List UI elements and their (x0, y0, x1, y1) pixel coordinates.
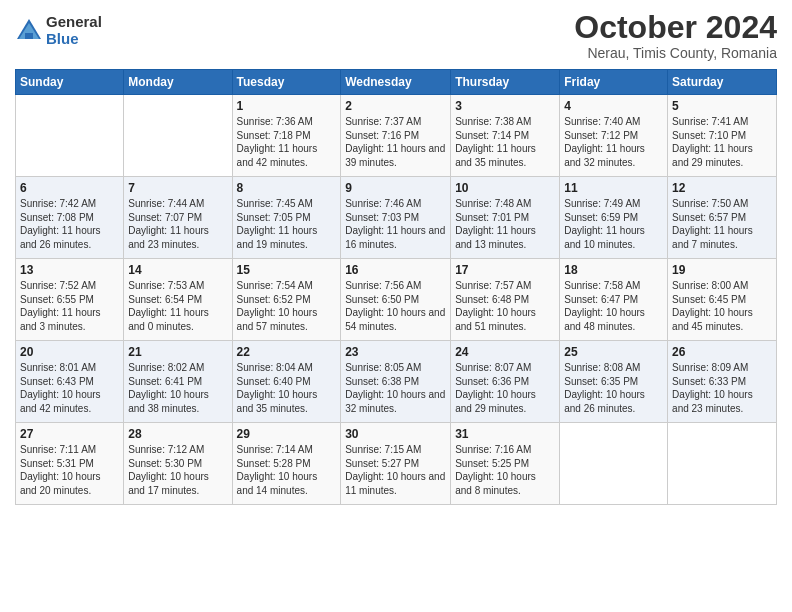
day-number: 14 (128, 263, 227, 277)
table-row: 4Sunrise: 7:40 AM Sunset: 7:12 PM Daylig… (560, 95, 668, 177)
table-row: 5Sunrise: 7:41 AM Sunset: 7:10 PM Daylig… (668, 95, 777, 177)
table-row: 20Sunrise: 8:01 AM Sunset: 6:43 PM Dayli… (16, 341, 124, 423)
table-row: 21Sunrise: 8:02 AM Sunset: 6:41 PM Dayli… (124, 341, 232, 423)
col-saturday: Saturday (668, 70, 777, 95)
day-number: 2 (345, 99, 446, 113)
table-row: 19Sunrise: 8:00 AM Sunset: 6:45 PM Dayli… (668, 259, 777, 341)
table-row: 11Sunrise: 7:49 AM Sunset: 6:59 PM Dayli… (560, 177, 668, 259)
logo-icon (15, 17, 43, 45)
day-number: 7 (128, 181, 227, 195)
day-info: Sunrise: 8:00 AM Sunset: 6:45 PM Dayligh… (672, 279, 772, 333)
day-number: 8 (237, 181, 337, 195)
day-info: Sunrise: 7:52 AM Sunset: 6:55 PM Dayligh… (20, 279, 119, 333)
calendar-week-3: 13Sunrise: 7:52 AM Sunset: 6:55 PM Dayli… (16, 259, 777, 341)
day-info: Sunrise: 7:12 AM Sunset: 5:30 PM Dayligh… (128, 443, 227, 497)
col-monday: Monday (124, 70, 232, 95)
table-row: 25Sunrise: 8:08 AM Sunset: 6:35 PM Dayli… (560, 341, 668, 423)
table-row: 15Sunrise: 7:54 AM Sunset: 6:52 PM Dayli… (232, 259, 341, 341)
table-row: 16Sunrise: 7:56 AM Sunset: 6:50 PM Dayli… (341, 259, 451, 341)
day-info: Sunrise: 7:46 AM Sunset: 7:03 PM Dayligh… (345, 197, 446, 251)
logo: General Blue (15, 14, 102, 47)
day-number: 29 (237, 427, 337, 441)
calendar-week-1: 1Sunrise: 7:36 AM Sunset: 7:18 PM Daylig… (16, 95, 777, 177)
day-info: Sunrise: 7:50 AM Sunset: 6:57 PM Dayligh… (672, 197, 772, 251)
day-info: Sunrise: 7:14 AM Sunset: 5:28 PM Dayligh… (237, 443, 337, 497)
day-number: 25 (564, 345, 663, 359)
table-row: 18Sunrise: 7:58 AM Sunset: 6:47 PM Dayli… (560, 259, 668, 341)
table-row: 22Sunrise: 8:04 AM Sunset: 6:40 PM Dayli… (232, 341, 341, 423)
table-row: 30Sunrise: 7:15 AM Sunset: 5:27 PM Dayli… (341, 423, 451, 505)
table-row: 6Sunrise: 7:42 AM Sunset: 7:08 PM Daylig… (16, 177, 124, 259)
page: General Blue October 2024 Nerau, Timis C… (0, 0, 792, 612)
col-sunday: Sunday (16, 70, 124, 95)
day-info: Sunrise: 7:48 AM Sunset: 7:01 PM Dayligh… (455, 197, 555, 251)
col-tuesday: Tuesday (232, 70, 341, 95)
calendar-week-4: 20Sunrise: 8:01 AM Sunset: 6:43 PM Dayli… (16, 341, 777, 423)
calendar-week-2: 6Sunrise: 7:42 AM Sunset: 7:08 PM Daylig… (16, 177, 777, 259)
day-info: Sunrise: 8:04 AM Sunset: 6:40 PM Dayligh… (237, 361, 337, 415)
logo-text: General Blue (46, 14, 102, 47)
table-row: 3Sunrise: 7:38 AM Sunset: 7:14 PM Daylig… (451, 95, 560, 177)
logo-blue-text: Blue (46, 31, 102, 48)
day-info: Sunrise: 8:01 AM Sunset: 6:43 PM Dayligh… (20, 361, 119, 415)
day-info: Sunrise: 7:36 AM Sunset: 7:18 PM Dayligh… (237, 115, 337, 169)
day-number: 27 (20, 427, 119, 441)
table-row: 28Sunrise: 7:12 AM Sunset: 5:30 PM Dayli… (124, 423, 232, 505)
svg-rect-2 (25, 33, 33, 39)
day-info: Sunrise: 7:54 AM Sunset: 6:52 PM Dayligh… (237, 279, 337, 333)
day-number: 17 (455, 263, 555, 277)
col-wednesday: Wednesday (341, 70, 451, 95)
table-row: 24Sunrise: 8:07 AM Sunset: 6:36 PM Dayli… (451, 341, 560, 423)
day-info: Sunrise: 7:40 AM Sunset: 7:12 PM Dayligh… (564, 115, 663, 169)
day-number: 24 (455, 345, 555, 359)
day-number: 23 (345, 345, 446, 359)
day-info: Sunrise: 8:07 AM Sunset: 6:36 PM Dayligh… (455, 361, 555, 415)
day-number: 28 (128, 427, 227, 441)
day-info: Sunrise: 7:57 AM Sunset: 6:48 PM Dayligh… (455, 279, 555, 333)
day-number: 6 (20, 181, 119, 195)
table-row: 8Sunrise: 7:45 AM Sunset: 7:05 PM Daylig… (232, 177, 341, 259)
day-info: Sunrise: 7:38 AM Sunset: 7:14 PM Dayligh… (455, 115, 555, 169)
day-number: 31 (455, 427, 555, 441)
table-row: 31Sunrise: 7:16 AM Sunset: 5:25 PM Dayli… (451, 423, 560, 505)
calendar-header-row: Sunday Monday Tuesday Wednesday Thursday… (16, 70, 777, 95)
day-number: 13 (20, 263, 119, 277)
col-friday: Friday (560, 70, 668, 95)
title-block: October 2024 Nerau, Timis County, Romani… (574, 10, 777, 61)
table-row (668, 423, 777, 505)
day-number: 26 (672, 345, 772, 359)
col-thursday: Thursday (451, 70, 560, 95)
day-number: 5 (672, 99, 772, 113)
table-row: 14Sunrise: 7:53 AM Sunset: 6:54 PM Dayli… (124, 259, 232, 341)
table-row: 29Sunrise: 7:14 AM Sunset: 5:28 PM Dayli… (232, 423, 341, 505)
day-number: 3 (455, 99, 555, 113)
calendar-week-5: 27Sunrise: 7:11 AM Sunset: 5:31 PM Dayli… (16, 423, 777, 505)
day-number: 21 (128, 345, 227, 359)
day-info: Sunrise: 7:53 AM Sunset: 6:54 PM Dayligh… (128, 279, 227, 333)
day-number: 30 (345, 427, 446, 441)
month-title: October 2024 (574, 10, 777, 45)
day-info: Sunrise: 7:41 AM Sunset: 7:10 PM Dayligh… (672, 115, 772, 169)
day-info: Sunrise: 7:42 AM Sunset: 7:08 PM Dayligh… (20, 197, 119, 251)
table-row: 2Sunrise: 7:37 AM Sunset: 7:16 PM Daylig… (341, 95, 451, 177)
table-row (124, 95, 232, 177)
day-info: Sunrise: 8:09 AM Sunset: 6:33 PM Dayligh… (672, 361, 772, 415)
table-row: 1Sunrise: 7:36 AM Sunset: 7:18 PM Daylig… (232, 95, 341, 177)
day-number: 20 (20, 345, 119, 359)
logo-general-text: General (46, 14, 102, 31)
day-info: Sunrise: 7:16 AM Sunset: 5:25 PM Dayligh… (455, 443, 555, 497)
header: General Blue October 2024 Nerau, Timis C… (15, 10, 777, 61)
table-row: 12Sunrise: 7:50 AM Sunset: 6:57 PM Dayli… (668, 177, 777, 259)
day-info: Sunrise: 7:37 AM Sunset: 7:16 PM Dayligh… (345, 115, 446, 169)
table-row (16, 95, 124, 177)
day-number: 19 (672, 263, 772, 277)
day-number: 4 (564, 99, 663, 113)
day-info: Sunrise: 8:02 AM Sunset: 6:41 PM Dayligh… (128, 361, 227, 415)
day-number: 22 (237, 345, 337, 359)
day-number: 15 (237, 263, 337, 277)
table-row: 27Sunrise: 7:11 AM Sunset: 5:31 PM Dayli… (16, 423, 124, 505)
table-row (560, 423, 668, 505)
day-number: 12 (672, 181, 772, 195)
table-row: 26Sunrise: 8:09 AM Sunset: 6:33 PM Dayli… (668, 341, 777, 423)
day-info: Sunrise: 7:15 AM Sunset: 5:27 PM Dayligh… (345, 443, 446, 497)
